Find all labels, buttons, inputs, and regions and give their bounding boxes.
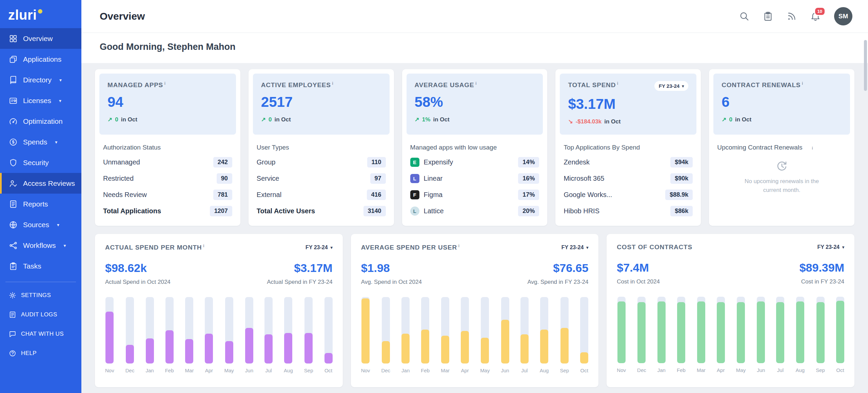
bar-track[interactable]: [617, 297, 626, 363]
app-usage-row[interactable]: L Lattice 20%: [410, 203, 539, 219]
bar-track[interactable]: [361, 297, 370, 363]
trend-up-icon: ↗: [261, 116, 266, 123]
table-row: Restricted 90: [103, 170, 232, 186]
info-icon[interactable]: i: [203, 243, 204, 248]
bar-track[interactable]: [165, 297, 174, 363]
bar-track[interactable]: [421, 297, 429, 363]
bar-track[interactable]: [836, 297, 844, 363]
bar-month-label: Mar: [185, 368, 194, 373]
table-row[interactable]: Google Works... $88.9k: [564, 186, 693, 203]
bar-track[interactable]: [501, 297, 509, 363]
section-label: Top Applications By Spend: [564, 144, 693, 151]
bar-track[interactable]: [245, 297, 253, 363]
info-icon[interactable]: i: [458, 243, 459, 248]
bar-track[interactable]: [264, 297, 273, 363]
sidebar-item-label: Directory: [23, 76, 52, 84]
app-usage-row[interactable]: L Linear 16%: [410, 170, 539, 186]
search-icon[interactable]: [739, 11, 749, 21]
bar-track[interactable]: [637, 297, 646, 363]
info-icon[interactable]: i: [164, 81, 165, 86]
bar-track[interactable]: [284, 297, 292, 363]
sidebar-item-sources[interactable]: Sources ▾: [0, 214, 81, 235]
sidebar-item-overview[interactable]: Overview: [0, 28, 81, 49]
trend-value: 0: [269, 116, 272, 123]
bar-track[interactable]: [657, 297, 666, 363]
zluri-logo[interactable]: zluri: [0, 0, 81, 28]
info-icon[interactable]: i: [802, 81, 803, 86]
bar-track[interactable]: [225, 297, 233, 363]
section-label: Managed apps with low usage: [410, 144, 539, 151]
bar-track[interactable]: [126, 297, 134, 363]
bar-track[interactable]: [401, 297, 410, 363]
bar-track[interactable]: [105, 297, 114, 363]
bar-track[interactable]: [697, 297, 705, 363]
total-spend-card: TOTAL SPENDi FY 23-24 ▾ $3.17M ↘ -$184.0…: [555, 69, 701, 226]
bar-track[interactable]: [382, 297, 390, 363]
bar-fill: [617, 301, 626, 363]
sidebar-item-directory[interactable]: Directory ▾: [0, 70, 81, 90]
bar-track[interactable]: [757, 297, 765, 363]
bar-month-label: Oct: [836, 367, 844, 373]
bar-track[interactable]: [580, 297, 588, 363]
bar-track[interactable]: [677, 297, 685, 363]
sidebar-item-audit-logs[interactable]: AUDIT LOGS: [0, 305, 81, 324]
bar-column: Sep: [304, 297, 313, 373]
notifications-bell-icon[interactable]: 10: [810, 11, 821, 21]
rss-icon[interactable]: [787, 11, 797, 21]
table-row[interactable]: Microsoft 365 $90k: [564, 170, 693, 186]
sidebar-item-spends[interactable]: $ Spends ▾: [0, 132, 81, 152]
bar-track[interactable]: [520, 297, 529, 363]
bar-track[interactable]: [816, 297, 825, 363]
bar-track[interactable]: [146, 297, 154, 363]
sidebar-item-applications[interactable]: Applications: [0, 49, 81, 70]
sidebar-item-reports[interactable]: Reports: [0, 194, 81, 214]
avatar[interactable]: SM: [834, 7, 852, 25]
bar-track[interactable]: [185, 297, 193, 363]
bar-track[interactable]: [205, 297, 213, 363]
bar-track[interactable]: [441, 297, 449, 363]
info-icon[interactable]: i: [475, 81, 476, 86]
fy-select[interactable]: FY 23-24 ▾: [305, 244, 333, 251]
sidebar-item-access-reviews[interactable]: Access Reviews: [0, 173, 81, 194]
sidebar-item-help[interactable]: HELP: [0, 343, 81, 363]
sidebar-item-optimization[interactable]: Optimization: [0, 111, 81, 132]
app-usage-row[interactable]: F Figma 17%: [410, 186, 539, 203]
bar-fill: [540, 330, 548, 363]
app-usage-row[interactable]: E Expensify 14%: [410, 154, 539, 170]
sidebar-item-security[interactable]: Security: [0, 152, 81, 173]
bar-track[interactable]: [540, 297, 548, 363]
table-row[interactable]: Hibob HRIS $86k: [564, 203, 693, 219]
sidebar-item-settings[interactable]: SETTINGS: [0, 286, 81, 305]
greeting-text: Good Morning, Stephen Mahon: [81, 33, 868, 63]
bar-fill: [205, 334, 213, 363]
bar-track[interactable]: [461, 297, 469, 363]
bar-fill: [165, 330, 174, 363]
chart-title: ACTUAL SPEND PER MONTHi: [105, 243, 204, 251]
bar-track[interactable]: [776, 297, 784, 363]
bar-track[interactable]: [304, 297, 313, 363]
sidebar-item-chat-with-us[interactable]: CHAT WITH US: [0, 324, 81, 343]
cost-of-contracts-card: COST OF CONTRACTS FY 23-24 ▾ $7.4M Cost …: [607, 234, 854, 387]
bar-track[interactable]: [796, 297, 804, 363]
info-icon[interactable]: i: [812, 145, 813, 151]
bar-track[interactable]: [737, 297, 745, 363]
bar-fill: [185, 339, 193, 364]
bar-track[interactable]: [560, 297, 569, 363]
scrollbar-thumb[interactable]: [864, 40, 867, 91]
fy-select[interactable]: FY 23-24 ▾: [654, 81, 688, 91]
sidebar-item-label: AUDIT LOGS: [21, 311, 57, 318]
bar-track[interactable]: [324, 297, 333, 363]
clipboard-icon[interactable]: [763, 11, 773, 21]
sidebar-item-tasks[interactable]: Tasks: [0, 256, 81, 276]
fy-select[interactable]: FY 23-24 ▾: [561, 244, 589, 251]
sidebar-item-licenses[interactable]: Licenses ▾: [0, 90, 81, 111]
secondary-label: Avg. Spend in FY 23-24: [527, 279, 588, 286]
table-row[interactable]: Zendesk $94k: [564, 154, 693, 170]
info-icon[interactable]: i: [617, 81, 618, 86]
bar-column: May: [480, 297, 490, 373]
sidebar-item-workflows[interactable]: Workflows ▾: [0, 235, 81, 256]
bar-track[interactable]: [481, 297, 489, 363]
info-icon[interactable]: i: [332, 81, 333, 86]
bar-track[interactable]: [717, 297, 725, 363]
fy-select[interactable]: FY 23-24 ▾: [817, 244, 844, 250]
